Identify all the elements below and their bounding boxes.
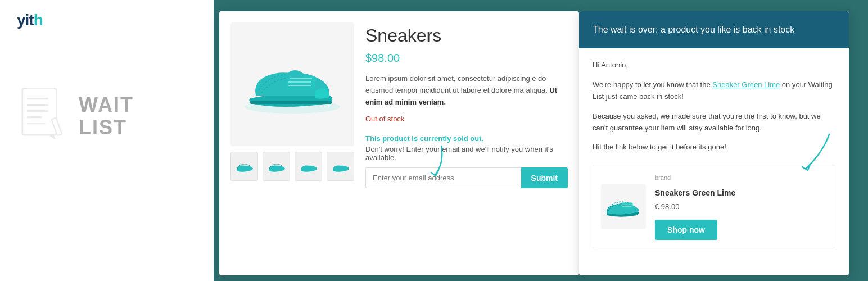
svg-rect-1 xyxy=(27,98,49,99)
email-product-name: Sneakers Green Lime xyxy=(655,187,827,199)
product-thumbnails xyxy=(230,152,354,181)
product-title: Sneakers xyxy=(365,25,568,46)
product-sneaker-svg xyxy=(236,42,349,126)
email-body: Hi Antonio, We're happy to let you know … xyxy=(579,48,849,260)
product-info-col: Sneakers $98.00 Lorem ipsum dolor sit am… xyxy=(365,22,568,264)
product-price: $98.00 xyxy=(365,52,568,65)
sidebar: yith WAIT LIST xyxy=(0,0,214,281)
email-greeting: Hi Antonio, xyxy=(593,60,835,71)
product-image-col xyxy=(230,22,354,264)
logo-h: h xyxy=(34,11,43,29)
waitlist-icon xyxy=(17,85,67,147)
logo-text: yith xyxy=(17,11,43,29)
email-form: Submit xyxy=(365,167,568,188)
product-body: Sneakers $98.00 Lorem ipsum dolor sit am… xyxy=(219,11,579,275)
thumbnail-1[interactable] xyxy=(230,152,258,181)
thumbnail-2[interactable] xyxy=(263,152,290,181)
thumbnail-4[interactable] xyxy=(327,152,354,181)
svg-rect-3 xyxy=(27,110,49,112)
svg-rect-2 xyxy=(27,104,49,106)
email-panel: The wait is over: a product you like is … xyxy=(579,11,849,275)
svg-rect-4 xyxy=(27,116,43,118)
out-of-stock-label: Out of stock xyxy=(365,115,568,123)
sneaker-link[interactable]: Sneaker Green Lime xyxy=(712,80,780,89)
email-para2: Because you asked, we made sure that you… xyxy=(593,111,835,134)
product-main-image xyxy=(230,22,354,146)
email-product-card: brand Sneakers Green Lime € 98.00 Shop n… xyxy=(593,165,835,248)
logo: yith xyxy=(17,11,43,29)
waitlist-label-area: WAIT LIST xyxy=(17,85,134,147)
email-product-image xyxy=(601,184,646,229)
email-para3: Hit the link below to get it before its … xyxy=(593,142,835,153)
product-brand-label: brand xyxy=(655,173,827,183)
thumbnail-3[interactable] xyxy=(295,152,322,181)
product-panel: Sneakers $98.00 Lorem ipsum dolor sit am… xyxy=(219,11,579,275)
email-arrow xyxy=(779,129,840,179)
svg-rect-13 xyxy=(621,203,632,209)
sold-out-description: Don't worry! Enter your email and we'll … xyxy=(365,145,553,162)
logo-yit: yit xyxy=(17,11,34,29)
shop-now-button[interactable]: Shop now xyxy=(655,220,717,240)
sold-out-title: This product is currently sold out. xyxy=(365,134,568,143)
product-description: Lorem ipsum dolor sit amet, consectetur … xyxy=(365,73,568,108)
submit-button[interactable]: Submit xyxy=(521,167,568,188)
sold-out-notice: This product is currently sold out. Don'… xyxy=(365,134,568,162)
email-input[interactable] xyxy=(365,167,521,188)
svg-rect-8 xyxy=(287,76,315,90)
email-para1: We're happy to let you know that the Sne… xyxy=(593,79,835,103)
email-product-details: brand Sneakers Green Lime € 98.00 Shop n… xyxy=(655,173,827,240)
email-header: The wait is over: a product you like is … xyxy=(579,11,849,48)
svg-rect-12 xyxy=(250,101,332,104)
email-product-price: € 98.00 xyxy=(655,201,827,213)
waitlist-text: WAIT LIST xyxy=(79,94,134,138)
svg-rect-5 xyxy=(27,123,46,124)
